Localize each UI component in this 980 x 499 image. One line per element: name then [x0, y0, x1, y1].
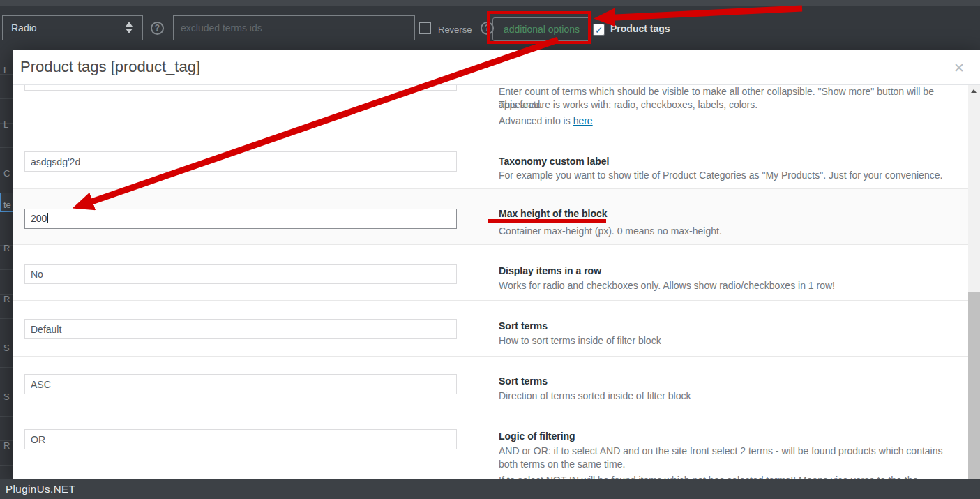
- background-partial-label: R: [3, 294, 10, 304]
- row-description: Direction of terms sorted inside of filt…: [499, 389, 952, 403]
- reverse-checkbox[interactable]: [419, 22, 431, 34]
- logic-of-filtering-field[interactable]: [24, 429, 457, 449]
- modal-scrollbar[interactable]: [968, 85, 980, 479]
- select-updown-icon: [126, 22, 133, 36]
- max-height-value: 200: [31, 213, 47, 224]
- product-tags-modal: Product tags [product_tag] ✕ Enter count…: [13, 50, 980, 479]
- footer-bar: PluginUs.NET: [0, 479, 980, 499]
- filter-type-value: Radio: [11, 22, 37, 33]
- annotation-underline: [488, 219, 606, 223]
- background-partial-label: te: [3, 200, 11, 210]
- product-tags-label: Product tags: [610, 23, 670, 34]
- row-description: This feature is works with: radio, check…: [499, 98, 952, 112]
- background-partial-label: R: [3, 440, 10, 451]
- close-icon[interactable]: ✕: [953, 60, 965, 76]
- screen: Radio ? Reverse ? additional options ✓ P…: [0, 0, 980, 499]
- dimmed-background-page: L L C te R R S S R: [0, 50, 13, 479]
- text-cursor: [47, 213, 48, 223]
- background-partial-label: L: [3, 65, 8, 75]
- background-partial-label: R: [3, 243, 10, 253]
- scroll-up-icon[interactable]: [968, 85, 980, 97]
- sort-terms-field[interactable]: [24, 319, 457, 339]
- background-partial-label: S: [3, 392, 10, 402]
- filter-type-select[interactable]: Radio: [2, 15, 143, 40]
- row-description: For example you want to show title of Pr…: [499, 169, 952, 182]
- row-heading: Sort terms: [499, 375, 548, 387]
- modal-title: Product tags [product_tag]: [20, 58, 200, 76]
- background-partial-label: S: [3, 343, 10, 353]
- row-description: Works for radio and checkboxes only. All…: [499, 279, 952, 292]
- row-divider: [13, 244, 968, 245]
- row-description: If to select NOT IN will be found items …: [499, 474, 952, 479]
- max-height-field[interactable]: 200: [24, 209, 457, 229]
- modal-header: Product tags [product_tag] ✕: [13, 50, 980, 85]
- product-tags-checkbox[interactable]: ✓: [593, 24, 605, 36]
- advanced-info-link[interactable]: here: [573, 115, 593, 126]
- row-divider: [13, 356, 968, 357]
- row-heading: Logic of filtering: [499, 431, 575, 442]
- row-heading: Taxonomy custom label: [499, 156, 609, 167]
- row-heading: Sort terms: [499, 320, 548, 332]
- show-more-count-field[interactable]: [24, 85, 457, 91]
- row-description: How to sort terms inside of filter block: [499, 334, 952, 348]
- sort-direction-field[interactable]: [24, 374, 457, 394]
- row-heading: Max height of the block: [499, 208, 608, 219]
- advanced-info-text: Advanced info is: [499, 115, 573, 126]
- reverse-label: Reverse: [438, 24, 472, 35]
- background-partial-label: L: [3, 119, 8, 130]
- display-in-row-field[interactable]: [24, 264, 457, 284]
- row-heading: Display items in a row: [499, 265, 601, 276]
- row-description: Container max-height (px). 0 means no ma…: [499, 225, 952, 238]
- brand-label: PluginUs.NET: [6, 483, 75, 495]
- row-divider: [13, 133, 968, 133]
- taxonomy-custom-label-field[interactable]: [24, 151, 457, 172]
- excluded-terms-input[interactable]: [173, 15, 415, 40]
- annotation-highlight-box: [487, 11, 591, 44]
- scrollbar-thumb[interactable]: [968, 292, 980, 479]
- row-description: AND or OR: if to select AND and on the s…: [499, 445, 952, 471]
- row-divider: [13, 300, 968, 301]
- background-partial-label: C: [3, 168, 10, 179]
- help-icon[interactable]: ?: [151, 22, 164, 35]
- row-description: Advanced info is here: [499, 114, 952, 128]
- row-divider: [13, 412, 968, 412]
- modal-content: Enter count of terms which should be vis…: [13, 85, 968, 479]
